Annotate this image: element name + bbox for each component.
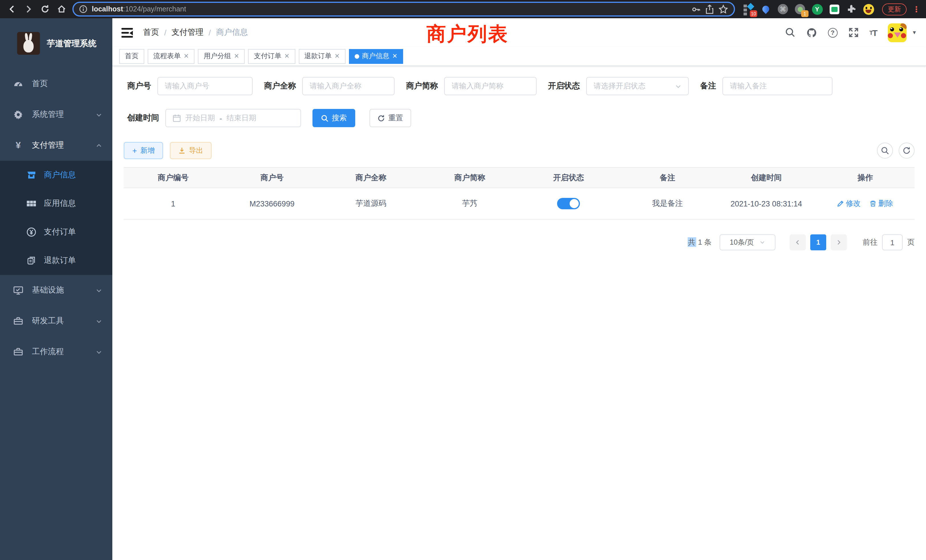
- status-select[interactable]: 请选择开启状态: [586, 77, 689, 95]
- cell-merchant-id: 1: [124, 188, 222, 219]
- page-content: 商户号 请输入商户号 商户全称 请输入商户全称 商户简称 请输入商户简称 开启状…: [112, 66, 926, 560]
- sidebar-item-dev-tools[interactable]: 研发工具: [0, 306, 112, 336]
- breadcrumb: 首页 / 支付管理 / 商户信息: [143, 27, 248, 38]
- next-page-button[interactable]: [831, 235, 847, 250]
- edit-link[interactable]: 修改: [837, 198, 861, 209]
- cell-short-name: 芋艿: [420, 188, 519, 219]
- full-name-input[interactable]: 请输入商户全称: [302, 77, 395, 95]
- col-merchant-no: 商户号: [222, 167, 322, 188]
- pagination: 共 1 条 10条/页 1 前往: [124, 235, 915, 250]
- col-status: 开启状态: [519, 167, 618, 188]
- merchant-no-input[interactable]: 请输入商户号: [157, 77, 253, 95]
- github-icon[interactable]: [806, 27, 817, 38]
- active-dot: [355, 54, 359, 59]
- site-info-icon[interactable]: [79, 5, 87, 13]
- extensions-puzzle-icon[interactable]: [846, 3, 857, 15]
- create-time-range-input[interactable]: 开始日期 - 结束日期: [165, 109, 301, 127]
- extension-command-icon[interactable]: ⌘: [777, 3, 788, 15]
- sidebar-item-pay[interactable]: ¥ 支付管理: [0, 130, 112, 161]
- reset-button[interactable]: 重置: [369, 109, 411, 127]
- tab-refund-order[interactable]: 退款订单✕: [298, 49, 345, 64]
- extension-boards-icon[interactable]: 10: [743, 3, 754, 15]
- sidebar-item-home[interactable]: 首页: [0, 68, 112, 99]
- close-icon[interactable]: ✕: [284, 53, 289, 60]
- pay-submenu: 商户信息 应用信息 支付订单: [0, 161, 112, 275]
- url-text: localhost:1024/pay/merchant: [92, 5, 687, 13]
- browser-profile-avatar[interactable]: [863, 3, 874, 15]
- browser-update-button[interactable]: 更新: [882, 3, 906, 15]
- tab-user-group[interactable]: 用户分组✕: [198, 49, 245, 64]
- share-icon[interactable]: [705, 4, 714, 14]
- reload-icon[interactable]: [39, 3, 51, 15]
- back-icon[interactable]: [6, 3, 18, 15]
- close-icon[interactable]: ✕: [184, 53, 189, 60]
- extension-pin-icon[interactable]: [760, 3, 772, 15]
- short-name-input[interactable]: 请输入商户简称: [444, 77, 537, 95]
- home-icon[interactable]: [56, 3, 68, 15]
- sidebar-item-workflow[interactable]: 工作流程: [0, 336, 112, 367]
- sidebar-item-refund-order[interactable]: 退款订单: [0, 246, 112, 275]
- bookmark-star-icon[interactable]: [719, 4, 728, 14]
- extension-badge: 10: [750, 10, 757, 17]
- breadcrumb-pay[interactable]: 支付管理: [172, 27, 204, 38]
- yen-icon: ¥: [12, 140, 24, 151]
- tab-pay-order[interactable]: 支付订单✕: [248, 49, 295, 64]
- extension-chat-icon[interactable]: [829, 3, 840, 15]
- grid-icon: [26, 198, 36, 209]
- status-toggle[interactable]: [557, 198, 580, 209]
- forward-icon[interactable]: [23, 3, 35, 15]
- search-button[interactable]: 搜索: [312, 109, 355, 127]
- close-icon[interactable]: ✕: [392, 53, 398, 60]
- sidebar-item-app-info[interactable]: 应用信息: [0, 189, 112, 218]
- extension-y-icon[interactable]: Y: [811, 3, 823, 15]
- chevron-down-icon: [96, 318, 102, 324]
- add-button[interactable]: + 新增: [124, 142, 163, 159]
- remark-label: 备注: [700, 81, 716, 91]
- refresh-button[interactable]: [899, 142, 915, 159]
- sidebar-item-infra[interactable]: 基础设施: [0, 275, 112, 306]
- chevron-down-icon: [96, 112, 102, 118]
- app-logo-row[interactable]: 芋道管理系统: [0, 18, 112, 68]
- delete-link[interactable]: 删除: [870, 198, 893, 209]
- extension-badge: 1: [801, 10, 808, 17]
- sidebar-item-merchant-info[interactable]: 商户信息: [0, 161, 112, 189]
- user-avatar[interactable]: [888, 23, 906, 42]
- extension-recorder-icon[interactable]: 1: [794, 3, 806, 15]
- export-button[interactable]: 导出: [170, 142, 212, 159]
- remark-input[interactable]: 请输入备注: [722, 77, 832, 95]
- short-name-label: 商户简称: [406, 81, 438, 91]
- documents-icon: [26, 256, 36, 266]
- goto-page-input[interactable]: [882, 235, 903, 250]
- page-unit-label: 页: [907, 237, 915, 248]
- browser-menu-icon[interactable]: ⋮: [912, 5, 920, 14]
- full-name-label: 商户全称: [264, 81, 296, 91]
- close-icon[interactable]: ✕: [234, 53, 239, 60]
- url-bar[interactable]: localhost:1024/pay/merchant: [73, 2, 735, 17]
- chevron-down-icon: [96, 287, 102, 294]
- sidebar-fold-icon[interactable]: [121, 28, 133, 38]
- close-icon[interactable]: ✕: [334, 53, 340, 60]
- tab-merchant-info[interactable]: 商户信息✕: [349, 49, 403, 64]
- hide-search-button[interactable]: [877, 142, 893, 159]
- toolbox-icon: [12, 316, 24, 326]
- merchant-table: 商户编号 商户号 商户全称 商户简称 开启状态 备注 创建时间 操作 1: [124, 167, 915, 219]
- help-icon[interactable]: ?: [828, 28, 838, 37]
- font-size-icon[interactable]: TT: [870, 28, 877, 37]
- sidebar-item-pay-order[interactable]: 支付订单: [0, 218, 112, 246]
- page-1-button[interactable]: 1: [810, 235, 826, 250]
- page-size-select[interactable]: 10条/页: [720, 235, 775, 250]
- search-icon[interactable]: [785, 27, 796, 38]
- cell-remark: 我是备注: [618, 188, 717, 219]
- col-short-name: 商户简称: [420, 167, 519, 188]
- tab-home[interactable]: 首页: [119, 49, 144, 64]
- toolbox-icon: [12, 347, 24, 357]
- avatar-caret-icon[interactable]: ▼: [912, 30, 917, 35]
- fullscreen-icon[interactable]: [849, 27, 859, 38]
- sidebar: 芋道管理系统 首页 系统管理 ¥ 支付管理: [0, 18, 112, 560]
- tab-process-form[interactable]: 流程表单✕: [148, 49, 194, 64]
- prev-page-button[interactable]: [790, 235, 806, 250]
- breadcrumb-home[interactable]: 首页: [143, 27, 159, 38]
- store-icon: [26, 170, 36, 180]
- sidebar-item-system[interactable]: 系统管理: [0, 99, 112, 130]
- password-key-icon[interactable]: [691, 4, 701, 14]
